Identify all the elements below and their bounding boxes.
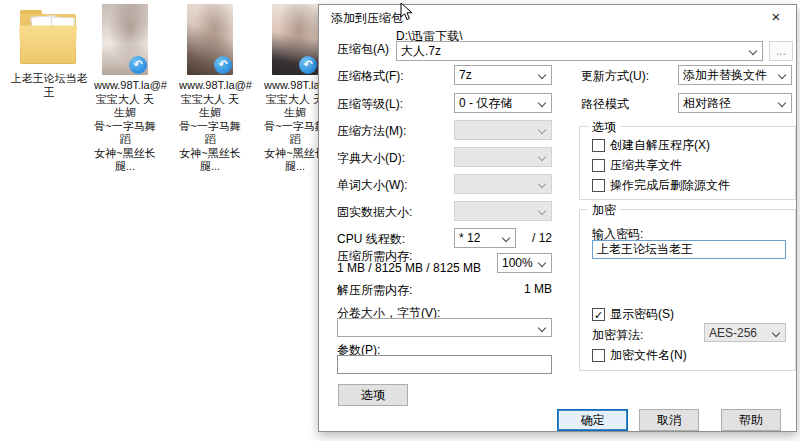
mem-compress-detail: 1 MB / 8125 MB / 8125 MB xyxy=(337,261,481,275)
checkbox-row-sfx[interactable]: 创建自解压程序(X) xyxy=(592,137,710,154)
chevron-down-icon xyxy=(538,153,546,161)
chevron-down-icon xyxy=(538,71,546,79)
player-icon: ↶ xyxy=(214,56,232,74)
chevron-down-icon xyxy=(778,99,786,107)
video-label: www.98T.la@# 宝宝大人 天生媚 骨~一字马舞蹈 女神~黑丝长腿... xyxy=(179,79,241,174)
archive-label: 压缩包(A) xyxy=(337,41,389,58)
chevron-down-icon xyxy=(538,207,546,215)
options-group-title: 选项 xyxy=(588,119,620,136)
chevron-down-icon xyxy=(538,126,546,134)
level-combo[interactable]: 0 - 仅存储 xyxy=(454,93,552,113)
desktop-icon-folder[interactable]: 上老王论坛当老 王 xyxy=(6,8,92,99)
chevron-down-icon xyxy=(772,329,780,337)
checkbox-icon[interactable] xyxy=(592,159,605,172)
update-mode-combo[interactable]: 添加并替换文件 xyxy=(678,65,792,85)
ok-button[interactable]: 确定 xyxy=(557,409,628,431)
video-label: www.98T.la@# 宝宝大人 天生媚 骨~一字马舞蹈 女神~黑丝长腿... xyxy=(264,79,326,174)
video-label: www.98T.la@# 宝宝大人 天生媚 骨~一字马舞蹈 女神~黑丝长腿... xyxy=(94,79,156,174)
volume-size-combo[interactable] xyxy=(337,318,552,337)
level-label: 压缩等级(L): xyxy=(337,96,403,113)
mouse-cursor xyxy=(400,2,413,25)
method-label: 压缩方法(M): xyxy=(337,123,406,140)
chevron-down-icon xyxy=(778,71,786,79)
word-size-label: 单词大小(W): xyxy=(337,177,408,194)
video-thumbnail: ↶ xyxy=(187,4,233,75)
mem-extract-value: 1 MB xyxy=(509,282,552,296)
dict-size-label: 字典大小(D): xyxy=(337,150,405,167)
method-combo xyxy=(454,120,552,140)
desktop-icon-video-1[interactable]: ↶ www.98T.la@# 宝宝大人 天生媚 骨~一字马舞蹈 女神~黑丝长腿.… xyxy=(94,4,156,174)
path-mode-label: 路径模式 xyxy=(581,96,629,113)
browse-button[interactable]: ... xyxy=(769,41,793,61)
cancel-button[interactable]: 取消 xyxy=(639,409,699,431)
player-icon: ↶ xyxy=(299,56,317,74)
options-button[interactable]: 选项 xyxy=(338,384,408,406)
encryption-group: 加密 输入密码: 上老王论坛当老王 ✓ 显示密码(S) 加密算法: AES-25… xyxy=(579,209,796,371)
video-thumbnail: ↶ xyxy=(272,4,318,75)
cpu-threads-combo[interactable]: * 12 xyxy=(454,228,516,248)
close-icon[interactable]: × xyxy=(762,7,790,27)
solid-size-combo xyxy=(454,201,552,221)
chevron-down-icon xyxy=(749,47,757,55)
algorithm-label: 加密算法: xyxy=(592,327,643,344)
dialog-title: 添加到压缩包 xyxy=(331,10,403,27)
checkbox-row-encrypt-names[interactable]: 加密文件名(N) xyxy=(592,347,687,364)
options-group: 选项 创建自解压程序(X) 压缩共享文件 操作完成后删除源文件 xyxy=(579,126,796,200)
update-mode-label: 更新方式(U): xyxy=(581,68,649,85)
format-label: 压缩格式(F): xyxy=(337,68,404,85)
solid-size-label: 固实数据大小: xyxy=(337,204,412,221)
checkbox-icon[interactable]: ✓ xyxy=(592,308,605,321)
checkbox-icon[interactable] xyxy=(592,179,605,192)
word-size-combo xyxy=(454,174,552,194)
video-thumbnail: ↶ xyxy=(102,4,148,75)
desktop-icon-video-3[interactable]: ↶ www.98T.la@# 宝宝大人 天生媚 骨~一字马舞蹈 女神~黑丝长腿.… xyxy=(264,4,326,174)
desktop-icon-video-2[interactable]: ↶ www.98T.la@# 宝宝大人 天生媚 骨~一字马舞蹈 女神~黑丝长腿.… xyxy=(179,4,241,174)
cpu-threads-max: / 12 xyxy=(532,231,552,245)
checkbox-row-show-password[interactable]: ✓ 显示密码(S) xyxy=(592,306,674,323)
checkbox-row-shared[interactable]: 压缩共享文件 xyxy=(592,157,682,174)
path-mode-combo[interactable]: 相对路径 xyxy=(678,93,792,113)
parameters-input[interactable] xyxy=(337,355,552,374)
password-input[interactable]: 上老王论坛当老王 xyxy=(592,240,786,259)
help-button[interactable]: 帮助 xyxy=(721,409,781,431)
chevron-down-icon xyxy=(538,180,546,188)
add-to-archive-dialog: 添加到压缩包 × 压缩包(A) D:\迅雷下载\ 大人.7z ... 压缩格式(… xyxy=(318,4,797,432)
checkbox-icon[interactable] xyxy=(592,139,605,152)
folder-label: 上老王论坛当老 王 xyxy=(6,72,92,99)
player-icon: ↶ xyxy=(129,56,147,74)
chevron-down-icon xyxy=(502,234,510,242)
algorithm-combo[interactable]: AES-256 xyxy=(704,323,786,342)
mem-percent-combo[interactable]: 100% xyxy=(497,253,552,273)
cpu-threads-label: CPU 线程数: xyxy=(337,231,405,248)
archive-name-combo[interactable]: 大人.7z xyxy=(396,41,763,61)
dict-size-combo xyxy=(454,147,552,167)
chevron-down-icon xyxy=(538,259,546,267)
format-combo[interactable]: 7z xyxy=(454,65,552,85)
mem-extract-label: 解压所需内存: xyxy=(337,282,412,299)
folder-icon xyxy=(18,8,80,68)
chevron-down-icon xyxy=(538,324,546,332)
checkbox-row-delete-source[interactable]: 操作完成后删除源文件 xyxy=(592,177,730,194)
encryption-group-title: 加密 xyxy=(588,202,620,219)
checkbox-icon[interactable] xyxy=(592,349,605,362)
chevron-down-icon xyxy=(538,99,546,107)
